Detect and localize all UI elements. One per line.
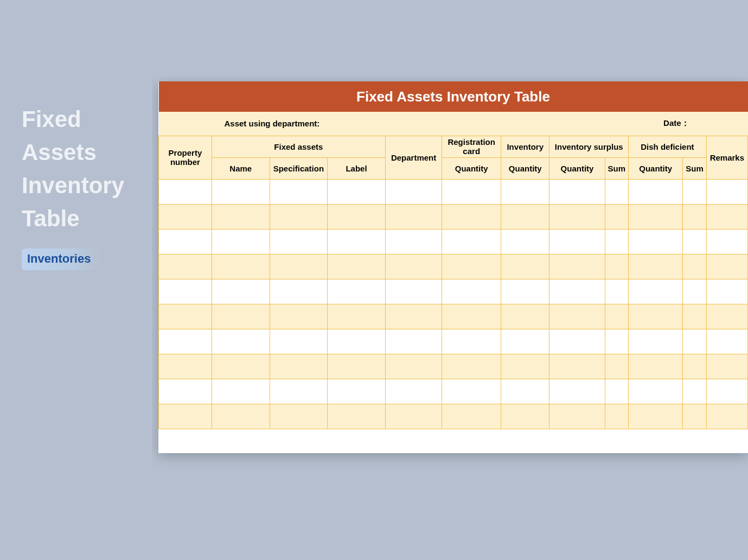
table-cell[interactable] (549, 304, 605, 329)
table-cell[interactable] (442, 229, 501, 254)
table-cell[interactable] (270, 254, 328, 279)
table-cell[interactable] (159, 279, 212, 304)
table-cell[interactable] (328, 279, 386, 304)
table-cell[interactable] (442, 279, 501, 304)
table-cell[interactable] (501, 279, 549, 304)
table-cell[interactable] (212, 204, 270, 229)
table-cell[interactable] (706, 179, 747, 204)
table-cell[interactable] (212, 329, 270, 354)
table-cell[interactable] (159, 204, 212, 229)
table-cell[interactable] (501, 354, 549, 379)
table-cell[interactable] (605, 279, 629, 304)
table-cell[interactable] (629, 379, 683, 404)
table-cell[interactable] (683, 304, 707, 329)
table-cell[interactable] (328, 404, 386, 429)
table-cell[interactable] (442, 404, 501, 429)
table-cell[interactable] (212, 379, 270, 404)
table-cell[interactable] (385, 204, 442, 229)
table-cell[interactable] (212, 254, 270, 279)
table-cell[interactable] (501, 179, 549, 204)
table-cell[interactable] (328, 304, 386, 329)
table-cell[interactable] (385, 404, 442, 429)
table-cell[interactable] (629, 279, 683, 304)
table-cell[interactable] (442, 204, 501, 229)
table-cell[interactable] (385, 279, 442, 304)
table-cell[interactable] (629, 179, 683, 204)
table-cell[interactable] (328, 379, 386, 404)
table-cell[interactable] (385, 179, 442, 204)
table-cell[interactable] (549, 329, 605, 354)
table-cell[interactable] (501, 204, 549, 229)
table-cell[interactable] (385, 379, 442, 404)
table-cell[interactable] (385, 229, 442, 254)
table-cell[interactable] (683, 254, 707, 279)
table-cell[interactable] (706, 229, 747, 254)
table-cell[interactable] (442, 329, 501, 354)
table-cell[interactable] (442, 254, 501, 279)
table-cell[interactable] (442, 304, 501, 329)
table-cell[interactable] (159, 404, 212, 429)
table-cell[interactable] (549, 229, 605, 254)
table-cell[interactable] (501, 329, 549, 354)
table-cell[interactable] (159, 229, 212, 254)
table-cell[interactable] (549, 204, 605, 229)
table-cell[interactable] (442, 179, 501, 204)
tag-inventories[interactable]: Inventories (22, 249, 100, 270)
table-cell[interactable] (501, 304, 549, 329)
table-cell[interactable] (605, 204, 629, 229)
table-cell[interactable] (385, 254, 442, 279)
table-cell[interactable] (683, 379, 707, 404)
table-cell[interactable] (212, 404, 270, 429)
table-cell[interactable] (629, 329, 683, 354)
table-cell[interactable] (549, 354, 605, 379)
table-cell[interactable] (212, 179, 270, 204)
table-cell[interactable] (549, 404, 605, 429)
table-cell[interactable] (549, 379, 605, 404)
table-cell[interactable] (270, 279, 328, 304)
table-cell[interactable] (605, 179, 629, 204)
table-cell[interactable] (549, 254, 605, 279)
table-cell[interactable] (159, 304, 212, 329)
table-cell[interactable] (629, 254, 683, 279)
table-cell[interactable] (605, 329, 629, 354)
table-cell[interactable] (270, 354, 328, 379)
table-cell[interactable] (629, 304, 683, 329)
table-cell[interactable] (549, 279, 605, 304)
table-cell[interactable] (212, 304, 270, 329)
table-cell[interactable] (683, 179, 707, 204)
table-cell[interactable] (629, 204, 683, 229)
table-cell[interactable] (605, 404, 629, 429)
table-cell[interactable] (501, 404, 549, 429)
table-cell[interactable] (212, 279, 270, 304)
table-cell[interactable] (328, 179, 386, 204)
table-cell[interactable] (706, 204, 747, 229)
table-cell[interactable] (549, 179, 605, 204)
table-cell[interactable] (159, 329, 212, 354)
table-cell[interactable] (605, 379, 629, 404)
table-cell[interactable] (501, 229, 549, 254)
table-cell[interactable] (159, 354, 212, 379)
table-cell[interactable] (328, 229, 386, 254)
table-cell[interactable] (605, 254, 629, 279)
table-cell[interactable] (706, 354, 747, 379)
table-cell[interactable] (706, 254, 747, 279)
table-cell[interactable] (605, 304, 629, 329)
table-cell[interactable] (159, 254, 212, 279)
table-cell[interactable] (328, 329, 386, 354)
table-cell[interactable] (706, 279, 747, 304)
table-cell[interactable] (385, 304, 442, 329)
table-cell[interactable] (629, 354, 683, 379)
table-cell[interactable] (270, 304, 328, 329)
table-cell[interactable] (605, 354, 629, 379)
table-cell[interactable] (605, 229, 629, 254)
table-cell[interactable] (442, 354, 501, 379)
table-cell[interactable] (706, 304, 747, 329)
table-cell[interactable] (683, 229, 707, 254)
table-cell[interactable] (683, 354, 707, 379)
table-cell[interactable] (385, 329, 442, 354)
table-cell[interactable] (629, 229, 683, 254)
table-cell[interactable] (683, 329, 707, 354)
table-cell[interactable] (706, 329, 747, 354)
table-cell[interactable] (212, 354, 270, 379)
table-cell[interactable] (706, 379, 747, 404)
